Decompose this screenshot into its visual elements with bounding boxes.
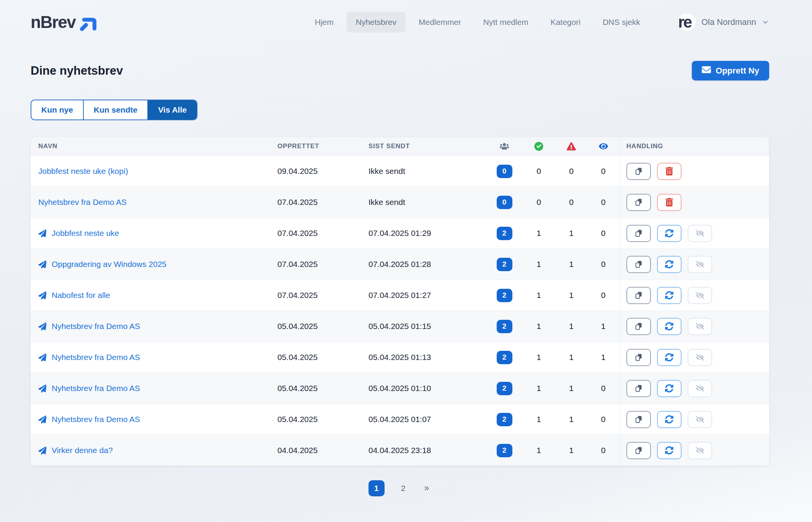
delivered-count: 0 — [536, 198, 541, 207]
preview-disabled-button[interactable] — [688, 225, 712, 242]
user-menu[interactable]: re Ola Nordmann — [678, 13, 769, 31]
newsletter-link[interactable]: Jobbfest neste uke (kopi) — [38, 167, 128, 176]
newsletter-name-cell: Oppgradering av Windows 2025 — [31, 260, 277, 269]
trash-icon — [665, 167, 673, 175]
created-date: 07.04.2025 — [277, 260, 368, 269]
delete-button[interactable] — [657, 163, 682, 180]
copy-button[interactable] — [626, 225, 651, 242]
nav-item-kategori[interactable]: Kategori — [541, 12, 590, 33]
handling-cell — [620, 373, 769, 404]
copy-button[interactable] — [626, 256, 651, 273]
created-date: 07.04.2025 — [277, 291, 368, 300]
copy-icon — [634, 167, 643, 175]
preview-disabled-button[interactable] — [688, 380, 712, 397]
last-sent-date: Ikke sendt — [368, 167, 487, 176]
created-date: 07.04.2025 — [277, 198, 368, 207]
copy-button[interactable] — [626, 442, 651, 459]
copy-button[interactable] — [626, 380, 651, 397]
page-button-1[interactable]: 1 — [368, 480, 385, 496]
filter-kun-nye[interactable]: Kun nye — [31, 100, 84, 119]
table-row: Nyhetsbrev fra Demo AS05.04.202505.04.20… — [31, 373, 769, 404]
failed-count: 1 — [569, 229, 574, 238]
brand-logo[interactable]: nBrev — [31, 13, 98, 32]
failed-count: 1 — [569, 446, 574, 455]
newsletter-link[interactable]: Nyhetsbrev fra Demo AS — [52, 384, 140, 393]
resend-button[interactable] — [657, 318, 682, 335]
resend-button[interactable] — [657, 256, 682, 273]
sync-icon — [665, 260, 673, 268]
copy-icon — [634, 229, 643, 237]
copy-button[interactable] — [626, 287, 651, 304]
newsletter-link[interactable]: Jobbfest neste uke — [52, 229, 119, 238]
newsletter-link[interactable]: Nyhetsbrev fra Demo AS — [52, 322, 140, 331]
filter-vis-alle[interactable]: Vis Alle — [148, 100, 197, 119]
preview-disabled-button[interactable] — [688, 442, 712, 459]
page-button-2[interactable]: 2 — [395, 480, 411, 496]
table-row: Nyhetsbrev fra Demo AS05.04.202505.04.20… — [31, 342, 769, 373]
handling-cell — [620, 280, 769, 311]
opens-count: 0 — [601, 446, 606, 455]
recipients-badge: 2 — [497, 382, 512, 395]
created-date: 09.04.2025 — [277, 167, 368, 176]
resend-button[interactable] — [657, 287, 682, 304]
newsletter-link[interactable]: Virker denne da? — [52, 446, 113, 455]
copy-button[interactable] — [626, 411, 651, 428]
filter-kun-sendte[interactable]: Kun sendte — [84, 100, 148, 119]
preview-disabled-button[interactable] — [688, 256, 712, 273]
copy-icon — [634, 353, 643, 362]
preview-disabled-button[interactable] — [688, 318, 712, 335]
delivered-count: 0 — [536, 167, 541, 176]
nav-item-nytt-medlem[interactable]: Nytt medlem — [474, 12, 538, 33]
delivered-count: 1 — [536, 415, 541, 424]
handling-cell — [620, 435, 769, 466]
resend-button[interactable] — [657, 225, 682, 242]
recipients-cell: 2 — [497, 289, 512, 302]
resend-button[interactable] — [657, 380, 682, 397]
copy-button[interactable] — [626, 349, 651, 366]
recipients-cell: 2 — [497, 320, 512, 333]
nav-item-hjem[interactable]: Hjem — [306, 12, 343, 33]
last-sent-date: 07.04.2025 01:28 — [368, 260, 487, 269]
chevron-down-icon — [761, 18, 769, 26]
create-newsletter-button[interactable]: Opprett Ny — [692, 61, 769, 80]
preview-disabled-button[interactable] — [688, 411, 712, 428]
opens-count: 0 — [601, 167, 606, 176]
preview-disabled-button[interactable] — [688, 349, 712, 366]
handling-cell — [620, 311, 769, 342]
trash-icon — [665, 198, 673, 206]
eye-slash-icon — [696, 291, 704, 299]
newsletter-link[interactable]: Nyhetsbrev fra Demo AS — [52, 415, 140, 424]
last-sent-date: 04.04.2025 23:18 — [368, 446, 487, 455]
resend-button[interactable] — [657, 442, 682, 459]
resend-button[interactable] — [657, 349, 682, 366]
recipients-badge: 0 — [497, 165, 512, 178]
users-icon — [500, 142, 509, 151]
newsletter-name-cell: Virker denne da? — [31, 446, 277, 455]
preview-disabled-button[interactable] — [688, 287, 712, 304]
newsletter-link[interactable]: Oppgradering av Windows 2025 — [52, 260, 166, 269]
newsletter-link[interactable]: Nyhetsbrev fra Demo AS — [38, 198, 127, 207]
nav-item-medlemmer[interactable]: Medlemmer — [409, 12, 470, 33]
recipients-cell: 2 — [497, 227, 512, 240]
copy-button[interactable] — [626, 163, 651, 180]
column-header-handling: HANDLING — [620, 137, 769, 155]
create-newsletter-label: Opprett Ny — [716, 66, 759, 76]
newsletter-link[interactable]: Nyhetsbrev fra Demo AS — [52, 353, 140, 362]
sync-icon — [665, 415, 673, 424]
nav-item-dns-sjekk[interactable]: DNS sjekk — [594, 12, 649, 33]
recipients-cell: 2 — [497, 413, 512, 426]
delete-button[interactable] — [657, 194, 682, 211]
paper-plane-icon — [38, 229, 47, 237]
copy-button[interactable] — [626, 194, 651, 211]
copy-button[interactable] — [626, 318, 651, 335]
resend-button[interactable] — [657, 411, 682, 428]
eye-slash-icon — [696, 229, 704, 237]
sync-icon — [665, 384, 673, 393]
copy-icon — [634, 384, 643, 393]
handling-cell — [620, 218, 769, 249]
nav-item-nyhetsbrev[interactable]: Nyhetsbrev — [347, 12, 406, 33]
table-header-row: NAVN OPPRETTET SIST SENDT HANDLING — [31, 137, 769, 155]
main-nav: HjemNyhetsbrevMedlemmerNytt medlemKatego… — [306, 12, 649, 33]
newsletter-link[interactable]: Nabofest for alle — [52, 291, 110, 300]
next-page-button[interactable]: » — [422, 483, 432, 494]
